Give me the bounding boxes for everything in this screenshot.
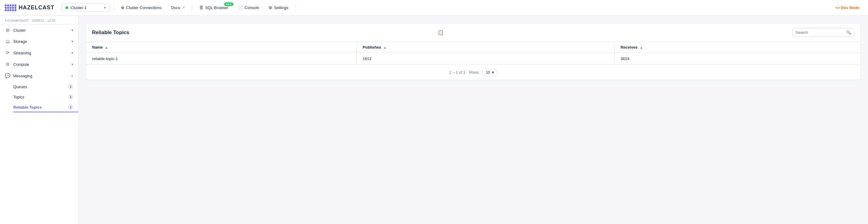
rows-per-page-select[interactable]: 10 ▾ xyxy=(483,68,497,76)
sidebar-item-storage[interactable]: 🗂 Storage ▾ xyxy=(0,36,78,47)
messaging-submenu: Queues 1 Topics 1 Reliable Topics 1 xyxy=(0,82,78,112)
rows-label: Rows xyxy=(469,70,479,74)
logo-grid-icon xyxy=(5,4,16,11)
external-link-icon: ↗ xyxy=(182,6,185,10)
main-content: Reliable Topics 📋 🔍 Name ▲ xyxy=(79,16,868,224)
search-icon: 🔍 xyxy=(846,30,851,35)
storage-collapse-icon: ▾ xyxy=(71,39,73,43)
sidebar-item-reliable-topics[interactable]: Reliable Topics 1 xyxy=(13,102,78,112)
cluster-connections-button[interactable]: ⊕ Cluster Connections xyxy=(117,4,165,12)
doc-icon[interactable]: 📋 xyxy=(438,30,444,35)
storage-icon: 🗂 xyxy=(5,39,10,44)
logo: HAZELCAST xyxy=(5,4,54,11)
new-badge: New xyxy=(224,2,233,6)
page-title: Reliable Topics xyxy=(92,30,435,36)
receives-sort-icon: ▲ xyxy=(640,46,643,49)
nav-separator xyxy=(114,4,114,12)
console-icon: 📄 xyxy=(238,5,243,10)
top-nav: HAZELCAST Cluster-1 ▾ ⊕ Cluster Connecti… xyxy=(0,0,868,16)
settings-label: Settings xyxy=(274,5,288,10)
sql-browser-label: SQL Browser xyxy=(205,5,228,10)
app-layout: 5.0-SNAPSHOT · 10/09/21 · 12:55 ⊞ Cluste… xyxy=(0,16,868,224)
sidebar-item-messaging[interactable]: 💬 Messaging ∧ xyxy=(0,70,78,82)
topics-count: 1 xyxy=(68,94,73,100)
database-icon: 🗄 xyxy=(199,5,204,10)
receives-col-label: Receives xyxy=(621,45,638,50)
sidebar-streaming-label: Streaming xyxy=(13,51,68,55)
cell-publishes: 1812 xyxy=(356,53,615,65)
rows-dropdown-icon: ▾ xyxy=(492,70,494,74)
sidebar-compute-label: Compute xyxy=(13,62,68,67)
sidebar-messaging-label: Messaging xyxy=(13,74,68,78)
cluster-name: Cluster-1 xyxy=(71,5,102,10)
sidebar-item-queues[interactable]: Queues 1 xyxy=(13,82,78,92)
docs-label: Docs xyxy=(171,5,180,10)
sidebar-storage-label: Storage xyxy=(13,39,68,44)
sidebar-item-streaming[interactable]: ⟳ Streaming ▾ xyxy=(0,47,78,59)
search-input[interactable] xyxy=(796,30,844,35)
search-box: 🔍 xyxy=(792,28,855,37)
pagination-summary: 1 – 1 of 1 xyxy=(449,70,465,74)
reliable-topics-label: Reliable Topics xyxy=(13,105,65,109)
reliable-topics-table: Name ▲ Publishes ▲ Receives ▲ xyxy=(86,42,861,65)
docs-button[interactable]: Docs ↗ xyxy=(167,4,188,12)
cell-name: reliable-topic-1 xyxy=(86,53,356,65)
cluster-status-dot xyxy=(65,6,68,9)
reliable-topics-count: 1 xyxy=(68,104,73,110)
sidebar-item-cluster[interactable]: ⊞ Cluster ▾ xyxy=(0,25,78,36)
logo-text: HAZELCAST xyxy=(19,4,54,11)
sidebar-item-topics[interactable]: Topics 1 xyxy=(13,92,78,102)
version-label: 5.0-SNAPSHOT · 10/09/21 · 12:55 xyxy=(0,16,78,25)
dev-mode-button[interactable]: <> Dev Mode xyxy=(832,4,863,12)
nav-separator-2 xyxy=(192,4,192,12)
name-col-label: Name xyxy=(92,45,103,50)
table-row: reliable-topic-1 1812 3624 xyxy=(86,53,861,65)
messaging-icon: 💬 xyxy=(5,73,10,78)
compute-collapse-icon: ▾ xyxy=(71,63,73,66)
dev-mode-label: <> Dev Mode xyxy=(835,5,860,10)
publishes-col-label: Publishes xyxy=(363,45,381,50)
cluster-collapse-icon: ▾ xyxy=(71,28,73,32)
cluster-connections-label: Cluster Connections xyxy=(126,5,161,10)
col-header-receives[interactable]: Receives ▲ xyxy=(615,42,861,53)
col-header-name[interactable]: Name ▲ xyxy=(86,42,356,53)
sidebar-cluster-label: Cluster xyxy=(13,28,68,33)
cluster-dropdown-chevron-icon: ▾ xyxy=(104,6,106,10)
streaming-collapse-icon: ▾ xyxy=(71,51,73,55)
cluster-icon: ⊞ xyxy=(5,28,10,33)
name-sort-icon: ▲ xyxy=(105,46,108,49)
queues-count: 1 xyxy=(68,84,73,89)
streaming-icon: ⟳ xyxy=(5,50,10,56)
table-footer: 1 – 1 of 1 Rows 10 ▾ xyxy=(86,65,861,80)
nav-separator-3 xyxy=(296,4,296,12)
gear-icon: ⚙ xyxy=(269,5,272,10)
sidebar-item-compute[interactable]: ⚙ Compute ▾ xyxy=(0,59,78,70)
topics-label: Topics xyxy=(13,95,65,99)
publishes-sort-icon: ▲ xyxy=(383,46,386,49)
sidebar: 5.0-SNAPSHOT · 10/09/21 · 12:55 ⊞ Cluste… xyxy=(0,16,79,224)
reliable-topics-card: Reliable Topics 📋 🔍 Name ▲ xyxy=(86,23,861,80)
messaging-collapse-icon: ∧ xyxy=(71,74,73,78)
sql-browser-button[interactable]: 🗄 SQL Browser New xyxy=(196,4,232,12)
plus-circle-icon: ⊕ xyxy=(121,5,124,10)
settings-button[interactable]: ⚙ Settings xyxy=(265,4,292,12)
rows-value: 10 xyxy=(486,70,490,74)
cluster-selector[interactable]: Cluster-1 ▾ xyxy=(62,4,110,12)
card-header: Reliable Topics 📋 🔍 xyxy=(86,23,861,42)
queues-label: Queues xyxy=(13,85,65,89)
console-button[interactable]: 📄 Console xyxy=(235,4,263,12)
console-label: Console xyxy=(245,5,259,10)
col-header-publishes[interactable]: Publishes ▲ xyxy=(356,42,615,53)
cell-receives: 3624 xyxy=(615,53,861,65)
compute-icon: ⚙ xyxy=(5,62,10,67)
